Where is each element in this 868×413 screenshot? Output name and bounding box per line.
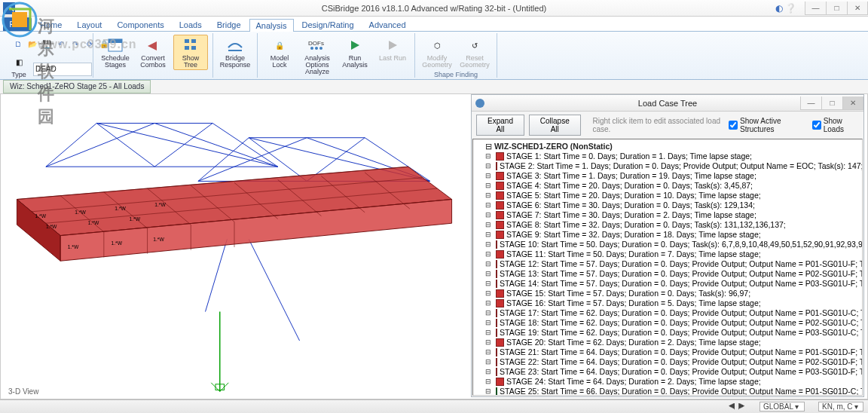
bridge-response-button[interactable]: Bridge Response — [218, 35, 252, 70]
tree-row[interactable]: STAGE 7: Start Time = 30. Days; Duration… — [475, 210, 860, 220]
tab-components[interactable]: Components — [110, 18, 170, 31]
svg-rect-8 — [185, 46, 189, 50]
svg-text:1.*W: 1.*W — [75, 210, 86, 215]
tree-row[interactable]: STAGE 25: Start Time = 66. Days; Duratio… — [475, 387, 860, 396]
tab-design[interactable]: Design/Rating — [295, 18, 361, 31]
svg-text:1.*W: 1.*W — [115, 206, 126, 211]
modify-geometry-button: ⬡Modify Geometry — [420, 35, 454, 70]
tab-loads[interactable]: Loads — [173, 18, 209, 31]
tree-row[interactable]: STAGE 13: Start Time = 57. Days; Duratio… — [475, 269, 860, 279]
show-tree-button[interactable]: Show Tree — [173, 35, 208, 70]
canvas: 1.*W1.*W1.*W1.*W 1.*W1.*W1.*W 1.*W1.*W1.… — [0, 93, 868, 399]
redo-icon[interactable]: ↷ — [69, 38, 81, 50]
maximize-button[interactable]: □ — [826, 2, 847, 15]
file-tab[interactable]: File ▾ — [3, 17, 32, 31]
workspace: Wiz: Sched1-ZeRO Stage 25 - All Loads — [0, 80, 868, 399]
tab-layout[interactable]: Layout — [70, 18, 108, 31]
minimize-button[interactable]: — — [805, 2, 826, 15]
last-run-button: Last Run — [375, 35, 410, 63]
3d-viewport[interactable]: 1.*W1.*W1.*W1.*W 1.*W1.*W1.*W 1.*W1.*W1.… — [1, 94, 468, 399]
svg-rect-9 — [191, 46, 196, 50]
tree-row[interactable]: STAGE 2: Start Time = 1. Days; Duration … — [475, 161, 860, 171]
expand-all-button[interactable]: Expand All — [476, 115, 524, 136]
group-label-shape: Shape Finding — [420, 70, 492, 79]
collapse-all-button[interactable]: Collapse All — [529, 115, 580, 136]
close-button[interactable]: ✕ — [847, 2, 868, 15]
run-analysis-button[interactable]: Run Analysis — [338, 35, 372, 70]
tree-row[interactable]: STAGE 20: Start Time = 62. Days; Duratio… — [475, 338, 860, 347]
svg-rect-7 — [191, 39, 196, 43]
window-title: CSiBridge 2016 v18.1.0 Advanced w/Rating… — [322, 4, 546, 13]
new-icon[interactable]: 🗋 — [12, 38, 24, 50]
tree-row[interactable]: STAGE 22: Start Time = 64. Days; Duratio… — [475, 357, 860, 367]
lastrun-icon — [383, 36, 402, 54]
open-icon[interactable]: 📂 — [26, 38, 38, 50]
reset-geometry-button: ↺Reset Geometry — [457, 35, 492, 70]
tree-row[interactable]: STAGE 23: Start Time = 64. Days; Duratio… — [475, 367, 860, 377]
status-arrows[interactable]: ⯇ ⯈ — [729, 402, 746, 411]
panel-maximize-button[interactable]: □ — [821, 96, 842, 110]
tree-row[interactable]: STAGE 15: Start Time = 57. Days; Duratio… — [475, 289, 860, 298]
svg-line-20 — [206, 239, 228, 311]
ribbon-tabs: File ▾ Home Layout Components Loads Brid… — [0, 17, 868, 32]
tab-home[interactable]: Home — [33, 18, 69, 31]
modgeom-icon: ⬡ — [427, 36, 447, 54]
tree-row[interactable]: STAGE 1: Start Time = 0. Days; Duration … — [475, 151, 860, 161]
analysis-options-button[interactable]: DOFsAnalysis Options Analyze — [300, 35, 335, 77]
help-icon[interactable]: ◐ ❔ — [775, 3, 796, 14]
tree-row[interactable]: STAGE 19: Start Time = 62. Days; Duratio… — [475, 328, 860, 338]
tree-row[interactable]: STAGE 6: Start Time = 30. Days; Duration… — [475, 200, 860, 210]
tree-row[interactable]: STAGE 8: Start Time = 32. Days; Duration… — [475, 220, 860, 230]
svg-text:1.*W: 1.*W — [35, 213, 46, 219]
tab-analysis[interactable]: Analysis — [249, 19, 294, 32]
tree-row[interactable]: STAGE 11: Start Time = 50. Days; Duratio… — [475, 249, 860, 259]
tree-row[interactable]: STAGE 5: Start Time = 20. Days; Duration… — [475, 191, 860, 200]
panel-title: Load Case Tree — [638, 99, 697, 108]
svg-rect-5 — [108, 39, 122, 43]
tree-row[interactable]: STAGE 24: Start Time = 64. Days; Duratio… — [475, 377, 860, 387]
view-tab[interactable]: Wiz: Sched1-ZeRO Stage 25 - All Loads — [3, 80, 151, 93]
svg-text:1.*W: 1.*W — [68, 244, 79, 249]
tree-row[interactable]: STAGE 12: Start Time = 57. Days; Duratio… — [475, 259, 860, 269]
loadcase-type-combo[interactable]: DEAD — [33, 63, 92, 76]
tree-row[interactable]: STAGE 4: Start Time = 20. Days; Duration… — [475, 181, 860, 191]
convert-icon — [143, 36, 163, 54]
tree-root[interactable]: ⊟ WIZ-SCHED1-ZERO (NonStatic) — [475, 141, 860, 151]
tab-advanced[interactable]: Advanced — [362, 18, 413, 31]
tree-icon — [181, 36, 200, 54]
tree-row[interactable]: STAGE 21: Start Time = 64. Days; Duratio… — [475, 347, 860, 357]
lock-large-icon: 🔒 — [270, 36, 289, 54]
show-loads-check[interactable]: Show Loads — [812, 117, 859, 133]
titlebar: CSiBridge 2016 v18.1.0 Advanced w/Rating… — [0, 0, 868, 17]
tree-row[interactable]: STAGE 17: Start Time = 62. Days; Duratio… — [475, 308, 860, 318]
status-units[interactable]: KN, m, C ▾ — [818, 402, 863, 411]
schedule-stages-button[interactable]: Schedule Stages — [98, 35, 133, 70]
tab-bridge[interactable]: Bridge — [210, 18, 248, 31]
undo-icon[interactable]: ↶ — [55, 38, 67, 50]
show-structures-check[interactable]: Show Active Structures — [729, 117, 808, 133]
svg-text:1.*W: 1.*W — [111, 240, 122, 246]
panel-hint: Right click item to edit associated load… — [593, 117, 724, 133]
panel-minimize-button[interactable]: — — [800, 96, 821, 110]
schedule-icon — [105, 36, 125, 54]
tree-row[interactable]: STAGE 10: Start Time = 50. Days; Duratio… — [475, 240, 860, 249]
model-lock-button[interactable]: 🔒Model Lock — [262, 35, 297, 70]
svg-text:DOFs: DOFs — [308, 40, 324, 47]
tree-row[interactable]: STAGE 16: Start Time = 57. Days; Duratio… — [475, 298, 860, 308]
tree-row[interactable]: STAGE 9: Start Time = 32. Days; Duration… — [475, 230, 860, 240]
tree-row[interactable]: STAGE 18: Start Time = 62. Days; Duratio… — [475, 318, 860, 328]
bridge-icon — [225, 36, 245, 54]
panel-close-button[interactable]: ✕ — [842, 96, 863, 110]
status-coord[interactable]: GLOBAL ▾ — [760, 402, 805, 411]
view-label: 3-D View — [8, 387, 38, 396]
svg-point-12 — [310, 47, 313, 50]
type-icon: ◧ — [9, 53, 29, 71]
dofs-icon: DOFs — [307, 36, 327, 54]
tree-row[interactable]: STAGE 3: Start Time = 1. Days; Duration … — [475, 171, 860, 181]
tree-row[interactable]: STAGE 14: Start Time = 57. Days; Duratio… — [475, 279, 860, 289]
app-icon — [3, 2, 15, 14]
load-case-tree-panel: Load Case Tree — □ ✕ Expand All Collapse… — [471, 94, 864, 397]
save-icon[interactable]: 💾 — [41, 38, 53, 50]
convert-combos-button[interactable]: Convert Combos — [136, 35, 170, 70]
load-case-tree[interactable]: ⊟ WIZ-SCHED1-ZERO (NonStatic) STAGE 1: S… — [472, 139, 863, 396]
